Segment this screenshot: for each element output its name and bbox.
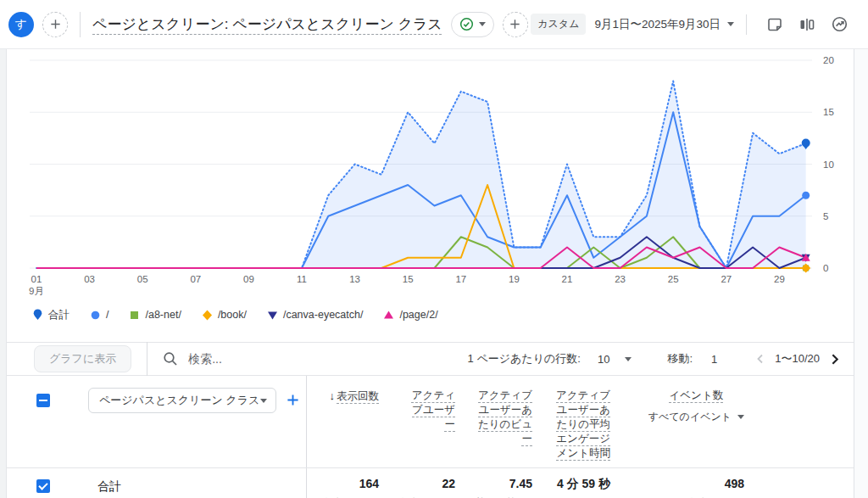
header-right: カスタム 9月1日〜2025年9月30日	[531, 14, 856, 35]
legend-label: /a8-net/	[145, 309, 181, 321]
legend-item-book[interactable]: /book/	[202, 309, 247, 322]
legend-item-a8-net[interactable]: /a8-net/	[129, 309, 181, 322]
svg-text:5: 5	[823, 211, 828, 221]
circle-icon	[90, 309, 101, 322]
chart-legend: 合計 / /a8-net/ /book/ /canva-eyecatch/ /p	[0, 300, 868, 329]
search-box	[163, 351, 427, 367]
table-total-row: 合計 164 全体の 100% 22 全体の 100% 7.45 平均との差 0…	[0, 468, 868, 498]
search-icon	[163, 351, 178, 367]
column-header-views: ↓表示回数	[307, 376, 379, 467]
svg-text:07: 07	[190, 274, 201, 284]
metric-value: 498	[610, 477, 744, 490]
svg-text:0: 0	[823, 263, 828, 273]
scrollbar[interactable]	[854, 49, 868, 498]
column-label[interactable]: 表示回数	[337, 390, 379, 402]
chevron-down-icon	[737, 415, 744, 419]
svg-text:03: 03	[84, 274, 95, 284]
column-label[interactable]: アクティブユーザー	[411, 389, 455, 432]
total-views-cell: 164 全体の 100%	[307, 468, 379, 498]
metric-value: 7.45	[455, 477, 532, 490]
show-on-chart-button[interactable]: グラフに表示	[34, 345, 131, 372]
event-filter-dropdown[interactable]: すべてのイベント	[648, 410, 744, 424]
legend-label: /canva-eyecatch/	[283, 309, 364, 321]
svg-text:01: 01	[31, 274, 42, 284]
check-circle-icon	[459, 17, 474, 31]
sort-desc-icon[interactable]: ↓	[330, 389, 336, 402]
avatar-label: す	[15, 17, 27, 32]
svg-text:17: 17	[455, 274, 466, 284]
svg-text:27: 27	[721, 274, 732, 284]
date-preset-chip: カスタム	[531, 14, 586, 35]
svg-text:29: 29	[774, 274, 785, 284]
notes-button[interactable]	[766, 16, 783, 33]
column-label[interactable]: イベント数	[670, 389, 724, 401]
compare-icon	[798, 16, 815, 33]
total-row-name-cell: 合計	[0, 468, 307, 498]
avatar[interactable]: す	[8, 12, 34, 37]
event-filter-value: すべてのイベント	[648, 410, 732, 424]
ga4-report-page: す ページとスクリーン: ページパスとスクリーン クラス カスタム 9月1日〜2…	[0, 0, 868, 498]
row-name: 合計	[97, 479, 121, 495]
plus-icon	[287, 394, 299, 406]
legend-item-canva-eyecatch[interactable]: /canva-eyecatch/	[267, 309, 364, 322]
page-title[interactable]: ページとスクリーン: ページパスとスクリーン クラス	[92, 14, 442, 34]
svg-text:11: 11	[297, 274, 307, 284]
toolbar-right: 1 ページあたりの行数: 10 移動: 1 1〜10/20	[468, 351, 843, 367]
chevron-down-icon[interactable]	[625, 357, 632, 361]
goto-value[interactable]: 1	[711, 353, 717, 366]
metric-value: 22	[379, 477, 455, 490]
add-metric-button[interactable]	[503, 12, 528, 37]
add-dimension-button[interactable]	[287, 394, 299, 406]
legend-item-root[interactable]: /	[90, 309, 108, 322]
total-avg-engagement-cell: 4 分 59 秒 平均との差 0%	[532, 468, 610, 498]
dimension-selector[interactable]: ページパスとスクリーン クラス	[88, 388, 276, 413]
metric-value: 164	[307, 477, 379, 490]
rows-per-page-value[interactable]: 10	[598, 353, 609, 366]
compare-button[interactable]	[798, 16, 815, 33]
add-comparison-button[interactable]	[42, 12, 68, 37]
toolbar-left: グラフに表示	[34, 343, 427, 375]
legend-label: 合計	[48, 308, 70, 322]
legend-item-page-2[interactable]: /page/2/	[383, 309, 437, 322]
svg-text:21: 21	[562, 274, 573, 284]
column-label[interactable]: アクティブユーザーあたりの平均エンゲージメント時間	[556, 389, 610, 461]
svg-text:05: 05	[137, 274, 148, 284]
chevron-down-icon	[260, 399, 267, 403]
header: す ページとスクリーン: ページパスとスクリーン クラス カスタム 9月1日〜2…	[0, 0, 868, 49]
search-input[interactable]	[186, 351, 427, 367]
rows-per-page-label: 1 ページあたりの行数:	[468, 351, 581, 367]
row-checkbox[interactable]	[36, 479, 50, 493]
svg-text:10: 10	[823, 159, 834, 170]
divider	[147, 342, 147, 376]
triangle-down-icon	[267, 309, 278, 322]
legend-label: /page/2/	[399, 309, 437, 321]
chevron-down-icon[interactable]	[727, 22, 734, 26]
dimension-selector-value: ページパスとスクリーン クラス	[99, 393, 259, 408]
column-header-views-per-user: アクティブユーザーあたりのビュー	[455, 376, 532, 467]
report-status-pill[interactable]	[451, 12, 494, 37]
insights-button[interactable]	[831, 15, 849, 33]
svg-text:13: 13	[349, 274, 360, 284]
date-range-selector[interactable]: 9月1日〜2025年9月30日	[594, 17, 721, 32]
plus-icon	[509, 18, 521, 31]
total-active-users-cell: 22 全体の 100%	[379, 468, 455, 498]
balloon-icon	[32, 309, 43, 322]
column-header-event-count: イベント数 すべてのイベント	[610, 376, 744, 467]
chart-section: 051015200103050709111315171921232527299月	[0, 49, 868, 300]
chevron-down-icon	[479, 22, 486, 26]
column-label[interactable]: アクティブユーザーあたりのビュー	[477, 389, 532, 446]
chevron-left-icon	[754, 353, 766, 365]
divider	[80, 12, 81, 37]
page-range: 1〜10/20	[775, 351, 820, 367]
legend-label: /	[106, 309, 108, 321]
table-toolbar: グラフに表示 1 ページあたりの行数: 10 移動: 1 1〜10/20	[0, 342, 868, 376]
column-header-avg-engagement: アクティブユーザーあたりの平均エンゲージメント時間	[532, 376, 610, 467]
next-page-button[interactable]	[826, 351, 843, 367]
chevron-right-icon	[828, 353, 841, 366]
total-event-count-cell: 498 全体の 100%	[610, 468, 744, 498]
select-all-checkbox[interactable]	[36, 394, 50, 407]
legend-item-total[interactable]: 合計	[32, 308, 70, 322]
svg-text:15: 15	[823, 107, 834, 117]
prev-page-button[interactable]	[753, 351, 768, 367]
svg-text:09: 09	[243, 274, 254, 284]
